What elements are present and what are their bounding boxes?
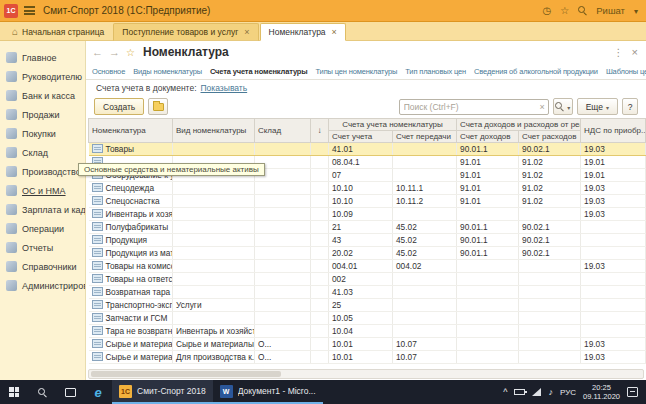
form-nav-tab[interactable]: Виды номенклатуры: [133, 67, 202, 76]
cell-account[interactable]: 002: [329, 273, 393, 286]
cell-income[interactable]: 90.01.1: [457, 143, 519, 156]
cell-expense[interactable]: [519, 260, 581, 273]
cell-account[interactable]: 10.05: [329, 312, 393, 325]
form-nav-tab[interactable]: Счета учета номенклатуры: [210, 67, 308, 76]
tab-nomenklatura[interactable]: Номенклатура: [260, 23, 346, 41]
sidebar-item-prodazhi[interactable]: Продажи: [0, 105, 85, 124]
cell-vat[interactable]: 19.03: [581, 195, 646, 208]
cell-kind[interactable]: Инвентарь и хозяйственн...: [173, 325, 255, 338]
cell-expense[interactable]: 90.02.1: [519, 234, 581, 247]
cell-warehouse[interactable]: [255, 286, 311, 299]
cell-expense[interactable]: [519, 351, 581, 364]
cell-warehouse[interactable]: [255, 312, 311, 325]
cell-account[interactable]: 43: [329, 234, 393, 247]
search-input[interactable]: [399, 99, 549, 115]
cell-kind[interactable]: Услуги: [173, 299, 255, 312]
cell-warehouse[interactable]: [255, 182, 311, 195]
cell-account[interactable]: 07: [329, 169, 393, 182]
cell-sort[interactable]: [311, 325, 329, 338]
cell-vat[interactable]: [581, 299, 646, 312]
table-row[interactable]: Сырье и материалыДля производства к...О.…: [89, 351, 646, 364]
cell-account[interactable]: 10.04: [329, 325, 393, 338]
cell-warehouse[interactable]: [255, 325, 311, 338]
history-icon[interactable]: [543, 6, 552, 16]
form-nav-tab[interactable]: Основное: [92, 67, 125, 76]
cell-expense[interactable]: [519, 325, 581, 338]
cell-nomenclature[interactable]: Сырье и материалы: [89, 338, 173, 351]
cell-transfer[interactable]: [393, 169, 457, 182]
cell-nomenclature[interactable]: Спецоснастка: [89, 195, 173, 208]
cell-account[interactable]: 20.02: [329, 247, 393, 260]
cell-kind[interactable]: [173, 260, 255, 273]
cell-vat[interactable]: [581, 325, 646, 338]
cell-warehouse[interactable]: О...: [255, 338, 311, 351]
table-row[interactable]: Спецодежда10.1010.11.191.0191.0219.03: [89, 182, 646, 195]
cell-nomenclature[interactable]: Товары: [89, 143, 173, 156]
cell-nomenclature[interactable]: Возвратная тара: [89, 286, 173, 299]
sidebar-item-zarplata-i-kadry[interactable]: Зарплата и кадры: [0, 200, 85, 219]
sidebar-item-otchety[interactable]: Отчеты: [0, 238, 85, 257]
cell-income[interactable]: [457, 260, 519, 273]
cell-sort[interactable]: [311, 299, 329, 312]
cell-warehouse[interactable]: [255, 143, 311, 156]
cell-nomenclature[interactable]: Продукция: [89, 234, 173, 247]
sidebar-item-spravochniki[interactable]: Справочники: [0, 257, 85, 276]
cell-transfer[interactable]: 45.02: [393, 221, 457, 234]
cell-vat[interactable]: 19.03: [581, 260, 646, 273]
cell-kind[interactable]: [173, 195, 255, 208]
sidebar-item-pokupki[interactable]: Покупки: [0, 124, 85, 143]
cell-nomenclature[interactable]: Товары на комиссии: [89, 260, 173, 273]
column-header-warehouse[interactable]: Склад: [255, 119, 311, 143]
cell-sort[interactable]: [311, 208, 329, 221]
cell-income[interactable]: [457, 338, 519, 351]
forward-arrow-icon[interactable]: [109, 46, 120, 58]
column-header-expense[interactable]: Счет расходов: [519, 131, 581, 143]
cell-income[interactable]: [457, 325, 519, 338]
show-link[interactable]: Показывать: [201, 83, 248, 93]
cell-vat[interactable]: 19.01: [581, 156, 646, 169]
cell-sort[interactable]: [311, 312, 329, 325]
create-group-button[interactable]: [148, 98, 168, 115]
cell-vat[interactable]: 19.03: [581, 143, 646, 156]
table-row[interactable]: Товары на ответственн...002: [89, 273, 646, 286]
network-icon[interactable]: [532, 388, 541, 396]
cell-account[interactable]: 10.09: [329, 208, 393, 221]
cell-income[interactable]: [457, 208, 519, 221]
sort-indicator-icon[interactable]: ↓: [311, 119, 329, 143]
cell-kind[interactable]: Для производства к...: [173, 351, 255, 364]
cell-sort[interactable]: [311, 169, 329, 182]
cell-sort[interactable]: [311, 195, 329, 208]
cell-expense[interactable]: [519, 299, 581, 312]
sidebar-item-rukovoditelyu[interactable]: Руководителю: [0, 67, 85, 86]
home-page-tab[interactable]: Начальная страница: [3, 23, 113, 40]
cell-kind[interactable]: [173, 143, 255, 156]
cell-transfer[interactable]: [393, 143, 457, 156]
form-nav-tab[interactable]: Шаблоны ценников и этикеток: [606, 67, 646, 76]
cell-vat[interactable]: [581, 221, 646, 234]
cell-warehouse[interactable]: [255, 273, 311, 286]
tray-expand-icon[interactable]: [503, 387, 507, 397]
browser-button[interactable]: [84, 380, 112, 404]
taskbar-app-1c[interactable]: 1С Смит-Спорт 2018: [112, 380, 213, 404]
cell-sort[interactable]: [311, 286, 329, 299]
taskbar-clock[interactable]: 20:25 09.11.2020: [583, 383, 620, 401]
cell-kind[interactable]: [173, 273, 255, 286]
start-button[interactable]: [0, 380, 28, 404]
cell-sort[interactable]: [311, 156, 329, 169]
cell-income[interactable]: 90.01.1: [457, 221, 519, 234]
cell-warehouse[interactable]: [255, 234, 311, 247]
cell-account[interactable]: 004.01: [329, 260, 393, 273]
cell-sort[interactable]: [311, 273, 329, 286]
battery-icon[interactable]: [514, 389, 525, 395]
cell-transfer[interactable]: 10.11.2: [393, 195, 457, 208]
taskbar-search-button[interactable]: [28, 380, 56, 404]
create-button[interactable]: Создать: [94, 98, 144, 115]
user-name[interactable]: Ришат: [596, 5, 625, 16]
cell-vat[interactable]: [581, 234, 646, 247]
cell-vat[interactable]: 19.01: [581, 169, 646, 182]
cell-income[interactable]: [457, 273, 519, 286]
cell-expense[interactable]: 90.02.1: [519, 247, 581, 260]
user-menu-chevron-icon[interactable]: [634, 6, 638, 16]
global-search-icon[interactable]: [578, 6, 587, 15]
cell-expense[interactable]: [519, 312, 581, 325]
